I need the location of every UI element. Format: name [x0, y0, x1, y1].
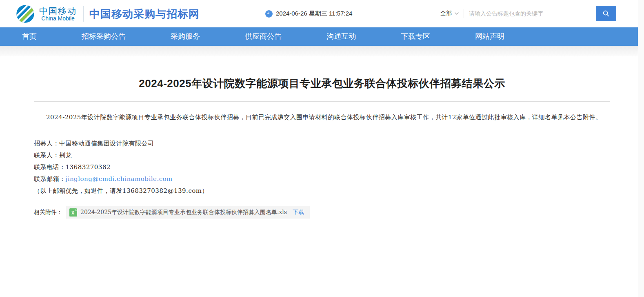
- title-divider: [34, 101, 610, 102]
- article-body: 2024-2025年设计院数字能源项目专业承包业务联合体投标伙伴招募，目前已完成…: [34, 112, 610, 219]
- search-category-value: 全部: [440, 10, 452, 17]
- contact-phone-line: 联系电话：13683270382: [34, 161, 610, 173]
- clock-icon: [265, 10, 273, 18]
- datetime-text: 2024-06-26 星期三 11:57:24: [276, 10, 352, 18]
- nav-shadow-band: [0, 46, 644, 56]
- contact-fields: 招募人：中国移动通信集团设计院有限公司 联系人：荆龙 联系电话：13683270…: [34, 138, 610, 197]
- contact-person-line: 联系人：荆龙: [34, 150, 610, 161]
- contact-phone-value: 13683270382: [66, 163, 111, 171]
- contact-person-label: 联系人：: [34, 152, 59, 159]
- svg-text:X: X: [71, 211, 74, 215]
- nav-item-communication[interactable]: 沟通互动: [326, 27, 356, 46]
- logo-text: 中国移动 China Mobile: [39, 7, 77, 22]
- nav-item-downloads[interactable]: 下载专区: [401, 27, 430, 46]
- contact-email-label: 联系邮箱：: [34, 175, 66, 183]
- nav-item-bidding-announcements[interactable]: 招标采购公告: [82, 27, 126, 46]
- logo-text-en: China Mobile: [39, 16, 77, 22]
- logo-text-cn: 中国移动: [39, 7, 77, 16]
- download-link[interactable]: 下载: [293, 209, 304, 216]
- site-title[interactable]: 中国移动采购与招标网: [89, 7, 200, 21]
- datetime-display: 2024-06-26 星期三 11:57:24: [265, 10, 352, 18]
- recruiter-value: 中国移动通信集团设计院有限公司: [59, 140, 154, 147]
- excel-file-icon: X: [69, 208, 77, 217]
- search-icon: [602, 10, 610, 17]
- nav-item-site-statement[interactable]: 网站声明: [475, 27, 504, 46]
- scrollbar-track[interactable]: [638, 0, 644, 297]
- contact-phone-label: 联系电话：: [34, 163, 66, 171]
- attachment-row: 相关附件： X 2024-2025年设计院数字能源项目专业承包业务联合体投标伙伴…: [34, 206, 610, 219]
- search-button[interactable]: [596, 6, 616, 21]
- nav-item-procurement-services[interactable]: 采购服务: [171, 27, 200, 46]
- main-nav: 首页 招标采购公告 采购服务 供应商公告 沟通互动 下载专区 网站声明: [0, 27, 644, 46]
- announcement-page: 2024-2025年设计院数字能源项目专业承包业务联合体投标伙伴招募结果公示 2…: [34, 76, 610, 219]
- nav-item-supplier-announcements[interactable]: 供应商公告: [245, 27, 282, 46]
- header-divider: [83, 6, 84, 22]
- chevron-down-icon: [455, 12, 459, 15]
- attachment-filename: 2024-2025年设计院数字能源项目专业承包业务联合体投标伙伴招募入围名单.x…: [80, 209, 287, 216]
- contact-email-line: 联系邮箱：jinglong@cmdi.chinamobile.com: [34, 173, 610, 185]
- attachment-item[interactable]: X 2024-2025年设计院数字能源项目专业承包业务联合体投标伙伴招募入围名单…: [66, 206, 310, 219]
- email-note-line: （以上邮箱优先，如退件，请发13683270382@139.com）: [34, 185, 610, 197]
- site-header: 中国移动 China Mobile 中国移动采购与招标网 2024-06-26 …: [0, 0, 644, 27]
- recruiter-line: 招募人：中国移动通信集团设计院有限公司: [34, 138, 610, 150]
- search-input[interactable]: [464, 6, 596, 21]
- search-bar: 全部: [434, 6, 616, 21]
- china-mobile-logo-icon: [15, 3, 36, 25]
- nav-item-home[interactable]: 首页: [22, 27, 37, 46]
- announcement-paragraph: 2024-2025年设计院数字能源项目专业承包业务联合体投标伙伴招募，目前已完成…: [34, 112, 610, 122]
- logo[interactable]: 中国移动 China Mobile 中国移动采购与招标网: [15, 3, 200, 25]
- page-title: 2024-2025年设计院数字能源项目专业承包业务联合体投标伙伴招募结果公示: [34, 76, 610, 91]
- search-category-select[interactable]: 全部: [434, 6, 464, 21]
- contact-person-value: 荆龙: [59, 152, 72, 159]
- recruiter-label: 招募人：: [34, 140, 59, 147]
- contact-email-link[interactable]: jinglong@cmdi.chinamobile.com: [66, 175, 173, 183]
- attachment-label: 相关附件：: [34, 209, 62, 216]
